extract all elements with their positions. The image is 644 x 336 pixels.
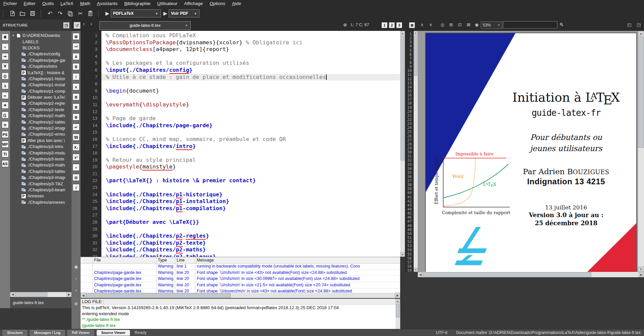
view-command-select[interactable]: Voir PDF ▼ — [169, 9, 199, 17]
menu-item-outils[interactable]: Outils — [39, 0, 57, 7]
log-vscrollbar[interactable]: ▲ — [396, 299, 400, 329]
paste-button[interactable] — [86, 9, 95, 17]
scroll-thumb[interactable] — [86, 293, 231, 298]
code-line[interactable]: \part{\LaTeX{} : histoire \& premier con… — [101, 177, 400, 184]
tree-item[interactable]: ./Chapitres/config — [10, 51, 72, 57]
menu-item-utilisateur[interactable]: Utilisateur — [154, 0, 181, 7]
message-row[interactable]: Warningline 1running in backwards compat… — [81, 263, 400, 270]
menu-item-latex[interactable]: LaTeX — [57, 0, 77, 7]
block-list-icon[interactable]: ≣ — [409, 22, 415, 28]
font-icon[interactable]: A — [73, 53, 80, 60]
open-files-list[interactable]: guide-latex-fr.tex — [10, 297, 72, 308]
document-tab[interactable]: guide-latex-fr.tex ▼ — [99, 21, 191, 30]
zoom-level-select[interactable]: 53% ▼ — [481, 21, 502, 29]
statusbar-button-messages-log[interactable]: Messages / Log — [30, 330, 65, 336]
tree-item[interactable]: ./Chapitres/p3-intro — [10, 144, 72, 150]
code-line[interactable] — [101, 108, 400, 115]
pstricks-tab[interactable]: PS — [2, 131, 9, 138]
tree-item[interactable]: LABELS — [10, 39, 72, 45]
dock-panel-icon[interactable]: ◳ — [63, 22, 70, 29]
scroll-right-icon[interactable]: ▶ — [66, 292, 72, 297]
align-left-icon[interactable]: ≣ — [73, 93, 80, 100]
tree-item[interactable]: PDébuter avec \LaTeX{} — [10, 94, 72, 100]
tree-item[interactable]: ./Chapitres/p2-tableaux — [10, 119, 72, 125]
code-line[interactable]: \include{./Chapitres/page-garde} — [101, 122, 400, 129]
code-line[interactable]: % Page de garde — [101, 115, 400, 122]
italic-icon[interactable]: i — [73, 73, 80, 80]
bookmark-3-button[interactable]: 3 — [396, 22, 402, 28]
code-editor[interactable]: 1234567891011121314151617181920212223242… — [81, 31, 400, 257]
subscript-icon[interactable]: X₂ — [73, 144, 80, 151]
tree-item[interactable]: ./Chapitres/intro — [10, 63, 72, 69]
code-line[interactable] — [101, 212, 400, 219]
tree-item[interactable]: ./Chapitres/p1-installation — [10, 82, 72, 88]
menu-item-assistants[interactable]: Assistants — [94, 0, 121, 7]
scroll-thumb[interactable] — [15, 292, 47, 297]
tree-item[interactable]: ./Chapitres/p2-maths — [10, 113, 72, 119]
tree-item[interactable]: ./Chapitres/p2-images — [10, 125, 72, 131]
code-line[interactable]: \input{./Chapitres/config} — [101, 67, 400, 74]
tree-item[interactable]: PAller plus loin avec \LaTeX{} — [10, 138, 72, 144]
code-line[interactable] — [101, 150, 400, 157]
split-window-icon[interactable]: ◰ — [627, 22, 631, 27]
tree-item[interactable]: ./Chapitres/p2-erreurs — [10, 131, 72, 137]
open-file-item[interactable]: guide-latex-fr.tex — [13, 300, 44, 305]
tree-item[interactable]: PAnnexes — [10, 193, 72, 199]
brackets-tab[interactable]: (]. — [2, 111, 9, 118]
code-line[interactable]: \part{Débuter avec \LaTeX{}} — [101, 219, 400, 226]
reload-icon[interactable]: ↺ — [74, 22, 81, 29]
messages-hscrollbar[interactable]: ◀ ▶ — [81, 293, 400, 298]
ref-icon[interactable]: ref — [73, 43, 80, 50]
stop-icon[interactable]: ⊗ — [72, 301, 81, 306]
scroll-up-icon[interactable]: ▲ — [396, 299, 400, 303]
code-line[interactable]: % Les packages et la configu­ration util… — [101, 60, 400, 67]
code-line[interactable] — [101, 184, 400, 191]
code-line[interactable]: \documentclass[a4paper, 12pt]{report} — [101, 46, 400, 53]
code-area[interactable]: % Compilation sous PDFLaTeX\PassOptionsT… — [101, 31, 400, 257]
menu-item-options[interactable]: Options — [206, 0, 229, 7]
structure-tab[interactable]: ≣ — [2, 34, 9, 41]
bookmark-2-button[interactable]: 2 — [389, 22, 395, 28]
code-line[interactable]: \include{./Chapitres/p1-compilation} — [101, 205, 400, 212]
newline-icon[interactable]: ↵ — [73, 124, 80, 131]
code-line[interactable]: \include{./Chapitres/p2-regles} — [101, 233, 400, 240]
frac-icon[interactable]: ÷ — [73, 164, 80, 171]
tree-item[interactable]: ./Chapitres/page-garde — [10, 57, 72, 63]
source-viewer-vscrollbar[interactable]: ▲ ▼ — [414, 31, 418, 272]
editor-vscrollbar[interactable]: ▲ ▼ — [400, 31, 405, 257]
pdf-hscrollbar[interactable]: ◀ ▶ — [418, 272, 644, 277]
most-used-tab[interactable]: ∗ — [2, 102, 9, 109]
statusbar-button-source-viewer[interactable]: Source Viewer — [97, 330, 130, 336]
tree-item[interactable]: ./Chapitres/p3-modularite — [10, 150, 72, 156]
scroll-down-icon[interactable]: ▼ — [414, 268, 418, 272]
copy-button[interactable] — [66, 9, 75, 17]
code-line[interactable] — [101, 226, 400, 233]
tree-item[interactable]: ./Chapitres/p2-texte — [10, 107, 72, 113]
dfrac-icon[interactable]: ⊟ — [73, 174, 80, 181]
tree-item[interactable]: ./Chapitres/p3-TikZ — [10, 181, 72, 187]
code-line[interactable]: \include{./Chapitres/p2-maths} — [101, 246, 400, 253]
code-line[interactable]: % Utile à ce stade : gain de place et mo… — [101, 74, 400, 81]
relation-symbols-tab[interactable]: ÷ — [2, 43, 9, 50]
display-math-icon[interactable]: $$ — [73, 134, 80, 141]
presentation-eye-icon[interactable]: ◉ — [475, 22, 478, 27]
cut-button[interactable]: ✂ — [76, 9, 85, 17]
code-line[interactable] — [101, 81, 400, 88]
bookmark-1-button[interactable]: 1 — [381, 22, 387, 28]
redo-button[interactable]: ↷ — [56, 9, 64, 17]
scroll-down-icon[interactable]: ∨ — [429, 22, 432, 27]
code-line[interactable] — [101, 171, 400, 178]
open-file-button[interactable] — [18, 9, 27, 17]
message-row[interactable]: Chapitres/page-garde.texWarningline 20Fo… — [81, 282, 400, 289]
asymptote-tab[interactable]: AS — [2, 160, 9, 167]
code-line[interactable]: \include{./Chapitres/intro} — [101, 143, 400, 150]
scroll-thumb[interactable] — [423, 272, 591, 277]
statusbar-button-pdf-viewer[interactable]: Pdf Viewer — [67, 330, 94, 336]
nav-forward-icon[interactable]: › — [90, 20, 92, 27]
nav-back-icon[interactable]: ‹ — [83, 20, 85, 27]
message-row[interactable]: Chapitres/page-garde.texWarningline 20Fo… — [81, 276, 400, 282]
code-line[interactable] — [101, 94, 400, 101]
tree-item[interactable]: ./Chapitres/p1-historique — [10, 76, 72, 82]
scroll-right-icon[interactable]: ▶ — [395, 293, 400, 298]
code-line[interactable]: \include{./Chapitres/p2-tableaux} — [101, 253, 400, 257]
